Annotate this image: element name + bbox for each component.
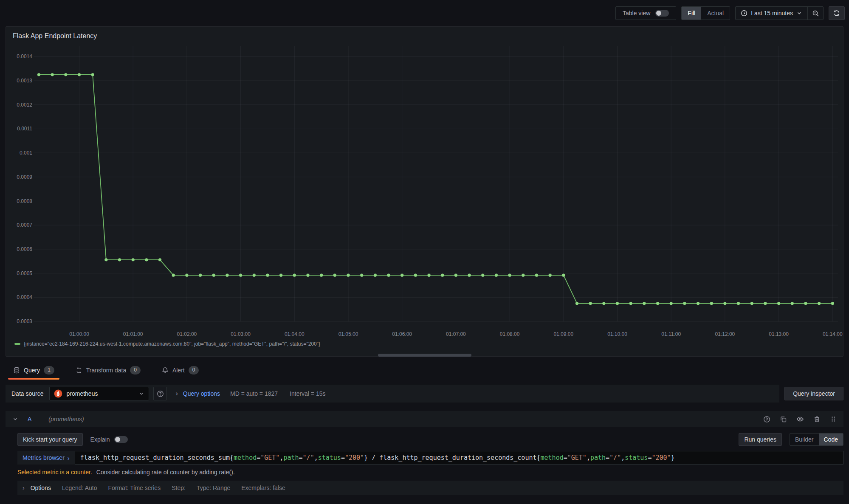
toggle-knob [115, 437, 120, 442]
datasource-help-button[interactable] [153, 387, 167, 400]
delete-query-icon[interactable] [813, 416, 821, 423]
option-step: Step: [172, 484, 186, 491]
warning-link[interactable]: Consider calculating rate of counter by … [96, 469, 235, 476]
query-field-row: Metrics browser › flask_http_request_dur… [17, 451, 843, 465]
duplicate-query-icon[interactable] [780, 416, 787, 423]
tab-query-label: Query [24, 367, 40, 374]
svg-text:0.0006: 0.0006 [17, 246, 32, 252]
svg-text:0.0003: 0.0003 [17, 318, 32, 324]
tab-transform-count: 0 [130, 366, 141, 374]
metrics-browser-button[interactable]: Metrics browser › [17, 451, 75, 465]
tab-query[interactable]: Query 1 [8, 361, 59, 380]
query-options-toggle[interactable]: Query options [183, 390, 220, 397]
resize-handle[interactable] [378, 354, 471, 357]
max-data-points: MD = auto = 1827 [230, 390, 278, 397]
query-inspector-button[interactable]: Query inspector [784, 387, 843, 400]
time-series-panel: Flask App Endpoint Latency 0.00030.00040… [6, 26, 843, 357]
svg-text:0.0013: 0.0013 [17, 78, 32, 84]
chart-legend[interactable]: {instance="ec2-184-169-216-224.us-west-1… [14, 341, 320, 347]
counter-warning: Selected metric is a counter. Consider c… [17, 469, 843, 476]
option-format: Format: Time series [108, 484, 161, 491]
svg-text:0.0009: 0.0009 [17, 174, 32, 180]
query-datasource-hint: (prometheus) [48, 416, 84, 422]
clock-icon [741, 10, 747, 17]
refresh-icon [833, 10, 840, 17]
fill-button[interactable]: Fill [682, 7, 701, 20]
latency-chart[interactable]: 0.00030.00040.00050.00060.00070.00080.00… [6, 27, 843, 356]
options-chevron-icon: › [23, 484, 25, 491]
builder-button[interactable]: Builder [790, 434, 819, 445]
svg-text:0.0005: 0.0005 [17, 270, 32, 276]
tab-alert-label: Alert [172, 367, 185, 374]
svg-text:01:09:00: 01:09:00 [553, 331, 573, 337]
svg-text:01:00:00: 01:00:00 [69, 331, 89, 337]
table-view-label: Table view [623, 10, 650, 17]
options-row[interactable]: › Options Legend: Auto Format: Time seri… [17, 481, 843, 495]
table-view-toggle[interactable] [655, 10, 669, 17]
svg-text:0.0008: 0.0008 [17, 198, 32, 204]
transform-icon [76, 367, 82, 374]
svg-text:0.001: 0.001 [20, 150, 32, 156]
svg-text:01:13:00: 01:13:00 [769, 331, 789, 337]
database-icon [13, 367, 20, 374]
toggle-knob [656, 11, 661, 16]
tab-transform-label: Transform data [86, 367, 126, 374]
explain-label: Explain [90, 436, 110, 443]
query-editor: Kick start your query Explain Run querie… [17, 433, 843, 495]
tab-query-count: 1 [44, 366, 54, 374]
options-label: Options [31, 484, 51, 491]
prometheus-icon [54, 389, 62, 398]
svg-text:0.0011: 0.0011 [17, 126, 32, 132]
svg-text:0.0014: 0.0014 [17, 53, 32, 59]
refresh-button[interactable] [829, 6, 845, 20]
query-options-chevron[interactable]: › [175, 390, 178, 397]
collapse-chevron-icon[interactable] [12, 416, 18, 422]
legend-swatch [14, 343, 20, 345]
zoom-out-button[interactable] [808, 7, 823, 20]
query-row-actions [763, 415, 837, 423]
top-toolbar: Table view Fill Actual Last 15 minutes [0, 0, 849, 26]
drag-handle-icon[interactable] [830, 416, 837, 422]
datasource-value: prometheus [66, 390, 98, 397]
svg-text:01:01:00: 01:01:00 [123, 331, 143, 337]
svg-text:0.0007: 0.0007 [17, 222, 32, 228]
chevron-right-icon: › [68, 454, 70, 462]
tab-transform-data[interactable]: Transform data 0 [71, 361, 146, 380]
tab-alert[interactable]: Alert 0 [157, 361, 204, 380]
datasource-label: Data source [11, 390, 43, 397]
option-legend: Legend: Auto [62, 484, 97, 491]
builder-code-group: Builder Code [790, 433, 843, 446]
kick-start-button[interactable]: Kick start your query [17, 433, 83, 446]
explain-control: Explain [90, 436, 128, 443]
svg-text:01:14:00: 01:14:00 [823, 331, 843, 337]
svg-text:01:04:00: 01:04:00 [285, 331, 305, 337]
query-row-header[interactable]: A (prometheus) [6, 411, 843, 427]
editor-tabs: Query 1 Transform data 0 Alert 0 [6, 361, 843, 380]
legend-label: {instance="ec2-184-169-216-224.us-west-1… [24, 341, 320, 347]
query-help-icon[interactable] [763, 416, 770, 423]
time-range-picker[interactable]: Last 15 minutes [736, 7, 807, 20]
time-range-label: Last 15 minutes [751, 10, 793, 17]
option-exemplars: Exemplars: false [241, 484, 285, 491]
time-range-group: Last 15 minutes [735, 6, 824, 20]
bell-icon [162, 367, 169, 374]
actual-button[interactable]: Actual [701, 7, 730, 20]
table-view-control: Table view [615, 6, 676, 20]
code-button[interactable]: Code [819, 434, 843, 445]
run-queries-button[interactable]: Run queries [739, 433, 782, 446]
datasource-row: Data source prometheus › Query options M… [6, 385, 843, 403]
option-type: Type: Range [197, 484, 230, 491]
svg-text:01:06:00: 01:06:00 [392, 331, 412, 337]
hide-query-icon[interactable] [796, 415, 804, 423]
warning-text: Selected metric is a counter. [17, 469, 92, 476]
metrics-browser-label: Metrics browser [23, 454, 65, 461]
svg-text:01:10:00: 01:10:00 [607, 331, 627, 337]
explain-toggle[interactable] [114, 436, 128, 443]
interval-text: Interval = 15s [290, 390, 325, 397]
tab-alert-count: 0 [189, 366, 199, 374]
datasource-picker[interactable]: prometheus [49, 387, 149, 400]
svg-text:0.0004: 0.0004 [17, 294, 32, 300]
svg-text:01:07:00: 01:07:00 [446, 331, 466, 337]
datasource-strip: Data source prometheus › Query options M… [6, 385, 779, 403]
promql-code-input[interactable]: flask_http_request_duration_seconds_sum{… [75, 451, 843, 465]
